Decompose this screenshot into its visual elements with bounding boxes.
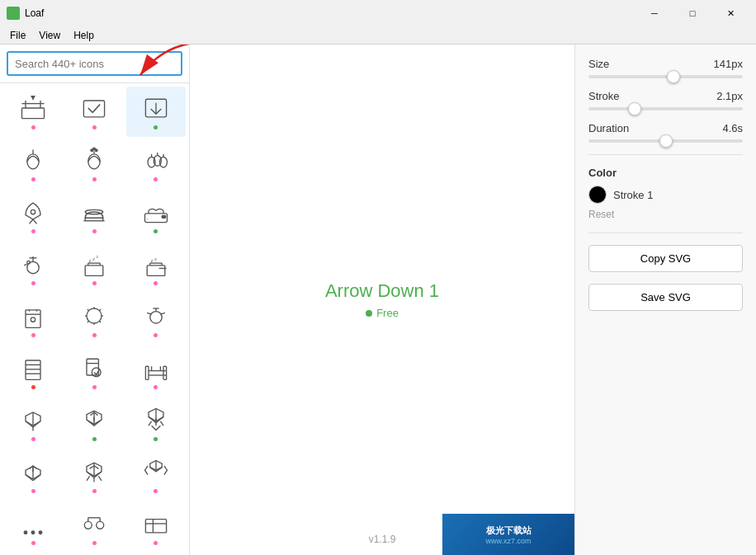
list-item[interactable] bbox=[3, 242, 63, 293]
stroke-slider-thumb[interactable] bbox=[628, 102, 641, 115]
list-item[interactable]: ~ bbox=[126, 190, 186, 241]
window-controls: ─ □ ✕ bbox=[636, 0, 749, 26]
reset-button[interactable]: Reset bbox=[588, 209, 614, 220]
status-dot bbox=[92, 333, 97, 337]
list-item[interactable] bbox=[3, 449, 63, 500]
svg-point-101 bbox=[24, 531, 27, 534]
svg-line-65 bbox=[100, 309, 102, 311]
status-dot bbox=[92, 437, 97, 441]
right-panel: Size 141px Stroke 2.1px bbox=[574, 45, 756, 555]
status-dot bbox=[154, 489, 158, 493]
minimize-button[interactable]: ─ bbox=[636, 0, 673, 26]
stroke-section: Stroke 2.1px bbox=[588, 90, 743, 111]
svg-point-103 bbox=[39, 531, 42, 534]
svg-line-64 bbox=[87, 309, 89, 311]
list-item[interactable] bbox=[126, 139, 186, 189]
svg-rect-77 bbox=[87, 359, 98, 375]
maximize-button[interactable]: □ bbox=[673, 0, 711, 26]
list-item[interactable] bbox=[3, 139, 63, 189]
svg-point-102 bbox=[31, 531, 35, 534]
menu-file[interactable]: File bbox=[3, 28, 32, 43]
free-dot bbox=[366, 310, 372, 317]
sidebar: ~ bbox=[0, 45, 190, 555]
svg-rect-1 bbox=[22, 108, 45, 119]
list-item[interactable]: z z bbox=[126, 242, 186, 293]
stroke-label: Stroke bbox=[588, 90, 620, 102]
svg-text:~: ~ bbox=[146, 217, 149, 221]
svg-line-71 bbox=[147, 313, 151, 314]
divider bbox=[588, 154, 743, 155]
duration-slider-thumb[interactable] bbox=[659, 134, 673, 148]
list-item[interactable] bbox=[126, 397, 186, 448]
size-value: 141px bbox=[714, 58, 743, 70]
list-item[interactable] bbox=[126, 449, 186, 500]
stroke-slider-container bbox=[588, 107, 743, 111]
svg-marker-5 bbox=[31, 96, 35, 100]
list-item[interactable] bbox=[3, 501, 63, 552]
svg-rect-6 bbox=[84, 101, 105, 117]
status-dot bbox=[92, 385, 97, 389]
list-item[interactable]: z z z bbox=[64, 242, 124, 293]
status-dot bbox=[92, 281, 97, 285]
status-dot bbox=[154, 177, 158, 181]
list-item[interactable] bbox=[3, 397, 63, 448]
size-slider-track[interactable] bbox=[588, 75, 743, 78]
list-item[interactable] bbox=[64, 139, 124, 189]
svg-text:z: z bbox=[93, 256, 96, 261]
version-label: v1.1.9 bbox=[369, 534, 396, 545]
list-item[interactable] bbox=[126, 87, 186, 137]
svg-rect-47 bbox=[147, 266, 165, 276]
watermark-line1: 极光下载站 bbox=[486, 524, 532, 537]
svg-rect-73 bbox=[26, 360, 40, 379]
svg-text:z: z bbox=[151, 258, 154, 263]
status-dot bbox=[154, 125, 158, 129]
svg-point-104 bbox=[85, 521, 92, 529]
status-dot bbox=[154, 333, 158, 337]
color-section: Color Stroke 1 Reset bbox=[588, 167, 743, 221]
close-button[interactable]: ✕ bbox=[711, 0, 749, 26]
save-svg-button[interactable]: Save SVG bbox=[588, 284, 743, 311]
list-item[interactable] bbox=[126, 346, 186, 396]
copy-svg-button[interactable]: Copy SVG bbox=[588, 245, 743, 272]
menu-view[interactable]: View bbox=[32, 28, 67, 43]
status-dot bbox=[31, 333, 35, 337]
list-item[interactable] bbox=[64, 346, 124, 396]
list-item[interactable] bbox=[64, 397, 124, 448]
list-item[interactable] bbox=[126, 501, 186, 552]
preview-badge-label: Free bbox=[376, 307, 399, 319]
list-item[interactable] bbox=[3, 346, 63, 396]
list-item[interactable] bbox=[3, 190, 63, 241]
svg-line-97 bbox=[87, 476, 90, 480]
color-swatch[interactable] bbox=[588, 186, 607, 204]
svg-rect-80 bbox=[145, 366, 149, 379]
list-item[interactable] bbox=[64, 501, 124, 552]
svg-point-56 bbox=[31, 317, 35, 322]
duration-slider-container bbox=[588, 139, 743, 143]
duration-label: Duration bbox=[588, 122, 629, 134]
search-input[interactable] bbox=[7, 51, 182, 76]
color-row: Stroke 1 bbox=[588, 186, 743, 204]
list-item[interactable] bbox=[64, 294, 124, 345]
list-item[interactable] bbox=[126, 294, 186, 345]
duration-slider-track[interactable] bbox=[588, 139, 743, 143]
icon-grid: ~ bbox=[0, 83, 189, 555]
search-container bbox=[0, 45, 189, 83]
duration-row: Duration 4.6s bbox=[588, 122, 743, 134]
list-item[interactable] bbox=[3, 294, 63, 345]
stroke-row: Stroke 2.1px bbox=[588, 90, 743, 102]
status-dot bbox=[154, 541, 158, 545]
title-bar: Loaf ─ □ ✕ bbox=[0, 0, 756, 26]
list-item[interactable] bbox=[64, 87, 124, 137]
svg-line-23 bbox=[30, 219, 34, 223]
size-section: Size 141px bbox=[588, 58, 743, 78]
svg-rect-83 bbox=[163, 366, 167, 379]
list-item[interactable] bbox=[64, 190, 124, 241]
list-item[interactable] bbox=[64, 449, 124, 500]
menu-help[interactable]: Help bbox=[67, 28, 101, 43]
size-slider-thumb[interactable] bbox=[667, 70, 680, 83]
duration-value: 4.6s bbox=[722, 122, 743, 134]
svg-rect-40 bbox=[86, 266, 104, 276]
list-item[interactable] bbox=[3, 87, 63, 137]
status-dot bbox=[92, 125, 97, 129]
stroke-slider-track[interactable] bbox=[588, 107, 743, 111]
